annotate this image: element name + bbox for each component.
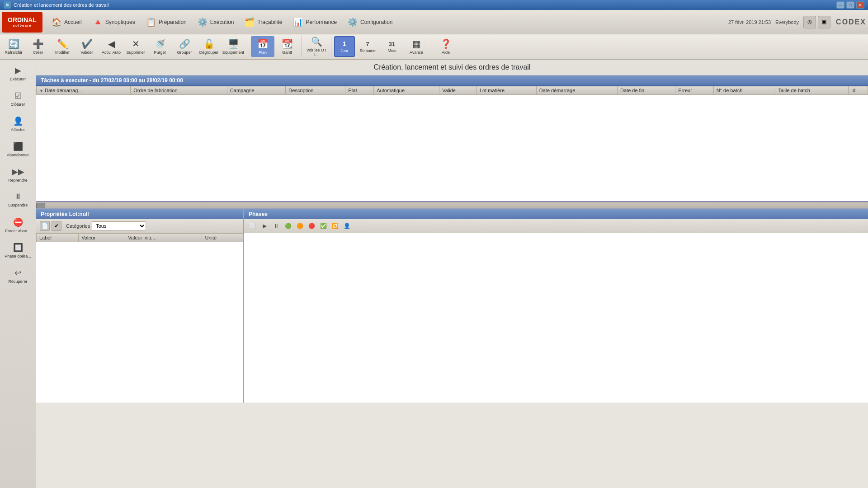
sidebar-btn-executer[interactable]: ▶ Exécuter [0, 61, 36, 86]
btn-grouper[interactable]: 🔗 Grouper [173, 36, 196, 57]
phase-btn-red[interactable]: 🔴 [307, 221, 316, 231]
col-description[interactable]: Description [286, 86, 345, 95]
synoptiques-icon: 🔺 [93, 17, 103, 27]
equipment-icon: 🖥️ [228, 38, 239, 49]
nav-item-configuration[interactable]: ⚙️ Configuration [342, 12, 398, 33]
force-abandon-icon: ⛔ [13, 217, 23, 227]
col-taille-batch[interactable]: Taille de batch [775, 86, 848, 95]
toolbar-group-filter: 🔍 Voir les OT f... [305, 36, 331, 57]
btn-purger[interactable]: 🚿 Purger [148, 36, 172, 57]
main-layout: ▶ Exécuter ☑ Clôturer 👤 Affecter ⬛ Aband… [0, 60, 868, 488]
nav-item-synoptiques[interactable]: 🔺 Synoptiques [87, 12, 141, 33]
phase-btn-stop[interactable]: ⬜ [248, 221, 258, 231]
ungroup-icon: 🔓 [203, 38, 215, 49]
sidebar-btn-forcer-aban[interactable]: ⛔ Forcer aban... [0, 212, 36, 238]
col-date-fin[interactable]: Date de fin [618, 86, 675, 95]
btn-avance[interactable]: ▦ Avancé [405, 36, 428, 57]
suspend-icon: ⏸ [14, 192, 22, 202]
filter-icon: 🔍 [311, 36, 322, 47]
prop-col-valeur-init[interactable]: Valeur initi... [125, 234, 202, 242]
prop-col-label[interactable]: Label [37, 234, 79, 242]
col-erreur[interactable]: Erreur [675, 86, 713, 95]
toolbar: 🔄 Rafraîchir ➕ Créer ✏️ Modifier ✔️ Vali… [0, 34, 868, 60]
sidebar-btn-recuperer[interactable]: ↩ Récupérer [0, 263, 36, 288]
purge-icon: 🚿 [155, 38, 166, 49]
nav-item-tracabilite[interactable]: 🗂️ Traçabilité [239, 12, 288, 33]
sidebar-btn-cloturer[interactable]: ☑ Clôturer [0, 86, 36, 111]
maximize-button[interactable]: □ [846, 1, 854, 9]
nav-extra-btn-1[interactable]: ◎ [803, 16, 816, 28]
phase-op-icon: 🔲 [13, 243, 23, 253]
scroll-thumb[interactable] [36, 203, 45, 208]
scroll-bar[interactable] [36, 202, 868, 208]
col-automatique[interactable]: Automatique [374, 86, 439, 95]
btn-supprimer[interactable]: ✕ Supprimer [124, 36, 147, 57]
day-icon: 1 [343, 40, 346, 47]
refresh-icon: 🔄 [8, 38, 19, 49]
nav-logo: ORDINAL software [2, 12, 42, 33]
col-no-batch[interactable]: N° de batch [713, 86, 775, 95]
col-valide[interactable]: Valide [439, 86, 477, 95]
col-date-demarrage[interactable]: ▼ Date démarrag... [37, 86, 131, 95]
properties-table-area[interactable]: Label Valeur Valeur initi... Unité [36, 233, 243, 403]
help-icon: ❓ [440, 38, 452, 49]
col-campagne[interactable]: Campagne [227, 86, 285, 95]
btn-jour[interactable]: 1 Jour [334, 36, 355, 57]
btn-valider[interactable]: ✔️ Valider [75, 36, 99, 57]
nav-item-preparation[interactable]: 📋 Préparation [141, 12, 192, 33]
phase-btn-pause[interactable]: ⏸ [271, 221, 281, 231]
prop-add-button[interactable]: 📄 [40, 221, 50, 231]
btn-voir-ot[interactable]: 🔍 Voir les OT f... [305, 36, 328, 57]
content-area: Création, lancement et suivi des ordres … [36, 60, 868, 488]
col-ordre-fabrication[interactable]: Ordre de fabrication [131, 86, 227, 95]
close-button[interactable]: ✕ [856, 1, 864, 9]
btn-aide[interactable]: ❓ Aide [434, 36, 458, 57]
col-id[interactable]: Id [848, 86, 868, 95]
prop-col-unite[interactable]: Unité [202, 234, 243, 242]
sidebar-btn-suspendre[interactable]: ⏸ Suspendre [0, 187, 36, 212]
btn-creer[interactable]: ➕ Créer [26, 36, 50, 57]
phase-btn-person[interactable]: 👤 [342, 221, 352, 231]
prop-check-button[interactable]: ✔ [52, 221, 61, 231]
btn-activ-auto[interactable]: ◀ Activ. Auto [99, 36, 123, 57]
phase-btn-loop[interactable]: 🔁 [330, 221, 340, 231]
tasks-table-area[interactable]: ▼ Date démarrag... Ordre de fabrication … [36, 86, 868, 200]
sidebar-btn-phase-opera[interactable]: 🔲 Phase opéra... [0, 238, 36, 263]
minimize-button[interactable]: — [836, 1, 844, 9]
phase-btn-check[interactable]: ✅ [318, 221, 328, 231]
user-display: Everybody [775, 19, 799, 25]
sidebar-btn-reprendre[interactable]: ▶▶ Reprendre [0, 162, 36, 187]
sidebar-btn-affecter[interactable]: 👤 Affecter [0, 111, 36, 136]
plan-icon: 📅 [257, 38, 269, 49]
phase-btn-green[interactable]: 🟢 [283, 221, 293, 231]
btn-plan[interactable]: 📅 Plan [251, 36, 274, 57]
auto-icon: ◀ [108, 38, 115, 49]
btn-mois[interactable]: 31 Mois [380, 36, 404, 57]
categories-select[interactable]: Tous [92, 221, 146, 230]
nav-item-accueil[interactable]: 🏠 Accueil [46, 12, 87, 33]
delete-icon: ✕ [132, 38, 140, 49]
nav-item-performance[interactable]: 📊 Performance [288, 12, 342, 33]
col-date-demarrage2[interactable]: Date démarrage [536, 86, 617, 95]
nav-extras: ◎ ▣ [803, 16, 830, 28]
btn-rafraichir[interactable]: 🔄 Rafraîchir [2, 36, 25, 57]
btn-modifier[interactable]: ✏️ Modifier [51, 36, 74, 57]
phases-content[interactable] [244, 233, 868, 403]
prop-col-valeur[interactable]: Valeur [79, 234, 125, 242]
create-icon: ➕ [33, 38, 44, 49]
nav-item-execution[interactable]: ⚙️ Exécution [192, 12, 240, 33]
phase-btn-play[interactable]: ▶ [259, 221, 269, 231]
col-etat[interactable]: Etat [345, 86, 374, 95]
nav-extra-btn-2[interactable]: ▣ [818, 16, 830, 28]
col-lot-matiere[interactable]: Lot matière [476, 86, 536, 95]
tasks-thead: ▼ Date démarrag... Ordre de fabrication … [37, 86, 868, 95]
btn-gantt[interactable]: 📆 Gantt [275, 36, 299, 57]
sidebar-btn-abandonner[interactable]: ⬛ Abandonner [0, 136, 36, 162]
btn-semaine[interactable]: 7 Semaine [356, 36, 379, 57]
phase-btn-orange[interactable]: 🟠 [295, 221, 305, 231]
categories-label: Catégories [66, 223, 90, 229]
btn-equipement[interactable]: 🖥️ Equipement [222, 36, 245, 57]
btn-degrouper[interactable]: 🔓 Dégrouper [197, 36, 221, 57]
home-icon: 🏠 [52, 17, 61, 27]
properties-toolbar: 📄 ✔ Catégories Tous [36, 219, 243, 233]
